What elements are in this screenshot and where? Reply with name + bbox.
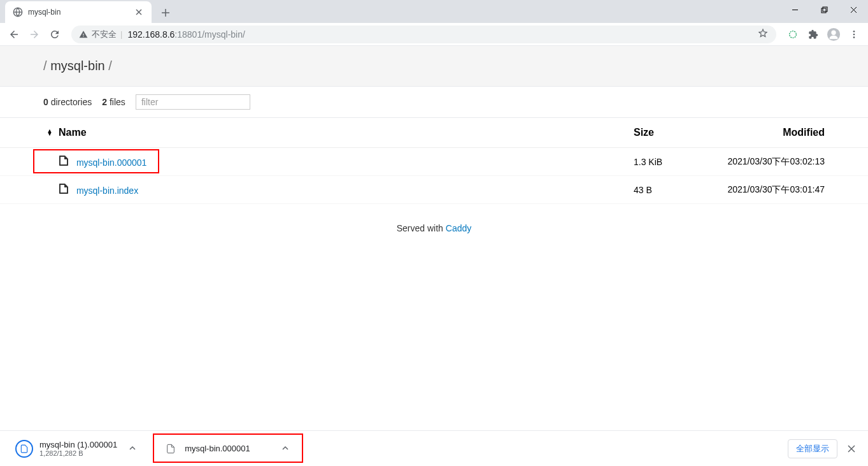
file-size: 43 B bbox=[634, 185, 697, 195]
minimize-button[interactable] bbox=[780, 0, 809, 19]
svg-rect-7 bbox=[822, 8, 826, 13]
menu-dots-icon[interactable] bbox=[845, 25, 863, 43]
extension-icon[interactable] bbox=[784, 25, 802, 43]
bookmark-star-icon[interactable] bbox=[757, 27, 769, 41]
browser-tab[interactable]: mysql-bin bbox=[5, 1, 152, 23]
file-icon bbox=[59, 156, 69, 166]
download-bar: mysql-bin (1).000001 1,282/1,282 B mysql… bbox=[0, 430, 868, 466]
file-link[interactable]: mysql-bin.index bbox=[76, 186, 138, 196]
download-filename: mysql-bin (1).000001 bbox=[39, 440, 117, 449]
tab-close-button[interactable] bbox=[134, 7, 144, 17]
back-button[interactable] bbox=[5, 25, 23, 43]
extensions-puzzle-icon[interactable] bbox=[804, 25, 822, 43]
file-modified: 2021/03/30下午03:02:13 bbox=[697, 156, 825, 168]
new-tab-button[interactable] bbox=[157, 4, 174, 22]
stats-bar: 0 directories 2 files bbox=[0, 87, 868, 118]
file-icon bbox=[59, 184, 69, 194]
svg-point-16 bbox=[853, 36, 855, 38]
page-footer: Served with Caddy bbox=[0, 204, 868, 252]
file-table: ▲▼ Name Size Modified mysql-bin.000001 1… bbox=[0, 118, 868, 204]
filter-input[interactable] bbox=[136, 94, 250, 110]
file-link[interactable]: mysql-bin.000001 bbox=[76, 157, 147, 168]
file-size: 1.3 KiB bbox=[634, 157, 697, 167]
security-label: 不安全 bbox=[92, 29, 117, 40]
url-text: 192.168.8.6:18801/mysql-bin/ bbox=[127, 29, 752, 40]
download-item[interactable]: mysql-bin.000001 bbox=[154, 436, 306, 462]
file-count: 2 files bbox=[102, 97, 125, 107]
close-window-button[interactable] bbox=[839, 0, 868, 19]
download-item[interactable]: mysql-bin (1).000001 1,282/1,282 B bbox=[10, 436, 146, 462]
svg-rect-8 bbox=[823, 7, 827, 11]
caddy-link[interactable]: Caddy bbox=[446, 223, 471, 233]
security-warning-icon: 不安全 | bbox=[79, 29, 122, 40]
header-modified[interactable]: Modified bbox=[697, 127, 825, 138]
table-header: ▲▼ Name Size Modified bbox=[0, 118, 868, 148]
tab-title: mysql-bin bbox=[28, 8, 129, 17]
address-bar[interactable]: 不安全 | 192.168.8.6:18801/mysql-bin/ bbox=[71, 25, 776, 43]
header-size[interactable]: Size bbox=[634, 127, 697, 138]
download-filename: mysql-bin.000001 bbox=[185, 444, 267, 453]
svg-point-15 bbox=[853, 33, 855, 35]
breadcrumb: / mysql-bin / bbox=[0, 46, 868, 87]
show-all-downloads-button[interactable]: 全部显示 bbox=[788, 439, 837, 458]
page-content: / mysql-bin / 0 directories 2 files ▲▼ N… bbox=[0, 46, 868, 430]
tab-bar: mysql-bin bbox=[0, 0, 868, 23]
profile-avatar-icon[interactable] bbox=[825, 25, 843, 43]
directory-count: 0 directories bbox=[43, 97, 92, 107]
browser-toolbar: 不安全 | 192.168.8.6:18801/mysql-bin/ bbox=[0, 23, 868, 46]
header-name[interactable]: Name bbox=[56, 127, 634, 138]
close-download-bar-button[interactable] bbox=[843, 440, 860, 458]
breadcrumb-segment[interactable]: mysql-bin bbox=[50, 59, 105, 73]
svg-point-13 bbox=[831, 30, 836, 34]
download-progress-icon bbox=[15, 440, 33, 458]
file-icon bbox=[166, 443, 176, 455]
reload-button[interactable] bbox=[46, 25, 64, 43]
download-size: 1,282/1,282 B bbox=[39, 449, 117, 457]
sort-icon[interactable]: ▲▼ bbox=[43, 127, 56, 138]
file-modified: 2021/03/30下午03:01:47 bbox=[697, 184, 825, 196]
table-row: mysql-bin.000001 1.3 KiB 2021/03/30下午03:… bbox=[0, 148, 868, 176]
svg-point-14 bbox=[853, 31, 855, 33]
globe-icon bbox=[13, 7, 23, 17]
forward-button[interactable] bbox=[25, 25, 43, 43]
window-controls bbox=[780, 0, 868, 19]
chevron-up-icon[interactable] bbox=[124, 443, 141, 455]
maximize-button[interactable] bbox=[809, 0, 839, 19]
svg-point-11 bbox=[790, 31, 797, 38]
chevron-up-icon[interactable] bbox=[276, 443, 294, 455]
table-row: mysql-bin.index 43 B 2021/03/30下午03:01:4… bbox=[0, 176, 868, 204]
